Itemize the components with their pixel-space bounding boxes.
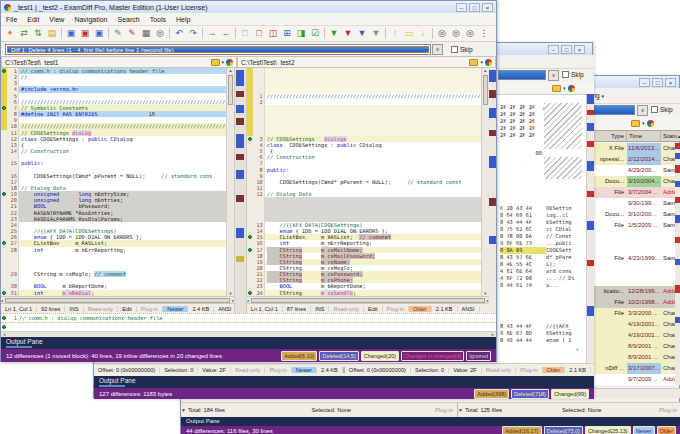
show-first-only-icon[interactable]: □ (238, 27, 252, 40)
edit-first-icon[interactable]: ✎ (111, 27, 125, 40)
second-file-pane[interactable]: ▲▼ 1////////////////////////////////////… (247, 68, 489, 313)
dir-diff-dropdown-button[interactable]: ∨ (637, 105, 648, 116)
next-diff-icon[interactable]: → (205, 27, 219, 40)
plugin-pinwheel-icon[interactable] (485, 59, 492, 66)
hex-output-pane-title[interactable]: Output Pane (94, 376, 594, 388)
minimize-button[interactable]: – (639, 78, 650, 87)
editor-panes: ▲▼ 1// comm.h : dialup communications he… (1, 68, 496, 313)
maximize-button[interactable]: □ (561, 45, 572, 54)
dir-diff-combobox[interactable] (589, 105, 635, 115)
menu-navigation[interactable]: Navigation (69, 16, 112, 23)
center-diff-map[interactable] (236, 70, 244, 306)
skip-checkbox[interactable]: Skip (451, 46, 473, 53)
merged-line-row[interactable] (1, 322, 496, 331)
filter-added-icon[interactable]: ▼ (327, 27, 341, 40)
menu-search[interactable]: Search (112, 16, 144, 23)
find-second-icon[interactable]: ◎ (449, 27, 463, 40)
close-button[interactable]: × (665, 78, 676, 87)
folder-icon[interactable] (211, 59, 220, 66)
current-diff-combobox[interactable]: Diff 1: Delete 4 lines (1 - 4, first fil… (5, 44, 431, 55)
diff-map-block (587, 131, 594, 141)
show-all-icon[interactable]: ⊞ (280, 27, 294, 40)
first-file-path-bar[interactable]: C:\Test\Test\_test1 ▾ (1, 56, 237, 68)
file-path-row: C:\Test\Test\_test1 ▾ C:\Test\Test\_test… (1, 56, 496, 68)
hex-skip-checkbox[interactable]: Skip (562, 71, 584, 78)
save-first-icon[interactable]: ▣ (64, 27, 78, 40)
show-identical-icon[interactable]: ☑ (308, 27, 322, 40)
edit-second-icon[interactable]: ✎ (125, 27, 139, 40)
right-diff-map[interactable] (489, 68, 496, 313)
folder-icon[interactable] (631, 120, 640, 127)
prev-block-icon[interactable]: ↑ (388, 27, 402, 40)
minimize-button[interactable]: – (456, 3, 467, 12)
code-line[interactable]: 24 CString m_csSendTo; (247, 290, 489, 296)
prev-diff-icon[interactable]: ← (219, 27, 233, 40)
menu-help[interactable]: Help (171, 16, 195, 23)
main-titlebar[interactable]: _test1 | _test2 - ExamDiff Pro, Master E… (1, 1, 496, 13)
more-options-icon[interactable]: ⋮ (477, 27, 491, 40)
plugin-pinwheel-icon[interactable] (568, 85, 575, 92)
open-icon[interactable]: ▤ (45, 27, 59, 40)
menu-tools[interactable]: Tools (145, 16, 171, 23)
hex-diff-combobox[interactable] (498, 70, 546, 80)
hex-diff-dropdown-button[interactable]: ∨ (548, 70, 559, 81)
chevron-down-icon[interactable]: ▾ (222, 59, 225, 66)
code-line[interactable]: 31 int m_nReDial; (1, 290, 234, 296)
filter-ignored-icon[interactable]: ▼ (369, 27, 383, 40)
print-icon[interactable]: ▦ (139, 27, 153, 40)
hex-diff-map[interactable] (586, 94, 594, 363)
next-block-icon[interactable]: ↓ (416, 27, 430, 40)
folder-icon[interactable] (552, 85, 561, 92)
column-header-status[interactable]: Statu▴ (661, 131, 680, 141)
diff-map-block (236, 160, 244, 170)
find-both-icon[interactable]: ◎ (463, 27, 477, 40)
save-second-icon[interactable]: ▣ (78, 27, 92, 40)
diff-map-block (587, 161, 594, 171)
split-view-icon[interactable]: ◫ (266, 27, 280, 40)
toolbar-separator (385, 28, 386, 39)
undo-icon[interactable]: ↶ (172, 27, 186, 40)
chevron-down-icon[interactable]: ▾ (642, 120, 645, 127)
output-pane-title[interactable]: Output Pane (1, 337, 496, 349)
current-block-icon[interactable]: ▭ (402, 27, 416, 40)
scroll-down-icon[interactable]: ˅ (576, 347, 579, 353)
status-item: Read-only (84, 306, 119, 312)
save-both-icon[interactable]: ▣ (92, 27, 106, 40)
dir-diff-summary: 44 differences: 116 files, 30 lines (186, 428, 500, 434)
vertical-scrollbar[interactable]: ▲▼ (481, 68, 489, 296)
close-button[interactable]: × (574, 45, 585, 54)
plugin-pinwheel-icon[interactable] (647, 120, 654, 127)
folder-icon[interactable] (469, 59, 478, 66)
menu-edit[interactable]: Edit (22, 16, 44, 23)
filter-deleted-icon[interactable]: ▼ (341, 27, 355, 40)
second-file-path-bar[interactable]: C:\Test\Test\_test2 ▾ (237, 56, 496, 68)
column-header-time[interactable]: Time (627, 131, 661, 141)
new-session-icon[interactable]: ✦ (3, 27, 17, 40)
show-second-only-icon[interactable]: □ (252, 27, 266, 40)
menu-file[interactable]: File (1, 16, 22, 23)
pane-divider[interactable] (234, 68, 247, 313)
show-diffs-icon[interactable]: ◨ (294, 27, 308, 40)
filter-changed-icon[interactable]: ▼ (355, 27, 369, 40)
print-preview-icon[interactable]: ◎ (153, 27, 167, 40)
horizontal-scrollbar[interactable]: ◂▸ (247, 296, 489, 303)
diff-dropdown-button[interactable]: ∨ (432, 44, 443, 55)
chevron-down-icon[interactable]: ▾ (480, 59, 483, 66)
dir-skip-checkbox[interactable]: Skip (651, 106, 673, 113)
vertical-scrollbar[interactable]: ▲▼ (226, 68, 234, 296)
maximize-button[interactable]: □ (469, 3, 480, 12)
swap-panes-icon[interactable]: ⇅ (31, 27, 45, 40)
recompare-icon[interactable]: ⇄ (17, 27, 31, 40)
horizontal-scrollbar[interactable]: ◂▸ (1, 296, 234, 303)
find-first-icon[interactable]: ◎ (435, 27, 449, 40)
chevron-down-icon[interactable]: ▾ (563, 85, 566, 92)
first-file-pane[interactable]: ▲▼ 1// comm.h : dialup communications he… (1, 68, 234, 313)
minimize-button[interactable]: – (548, 45, 559, 54)
plugin-pinwheel-icon[interactable] (226, 59, 233, 66)
maximize-button[interactable]: □ (652, 78, 663, 87)
dir-diff-map[interactable] (675, 143, 680, 385)
merged-line-row[interactable]: 1 // comm.h : dialup communications head… (1, 313, 496, 322)
close-button[interactable]: × (482, 3, 493, 12)
menu-view[interactable]: View (44, 16, 69, 23)
redo-icon[interactable]: ↷ (186, 27, 200, 40)
